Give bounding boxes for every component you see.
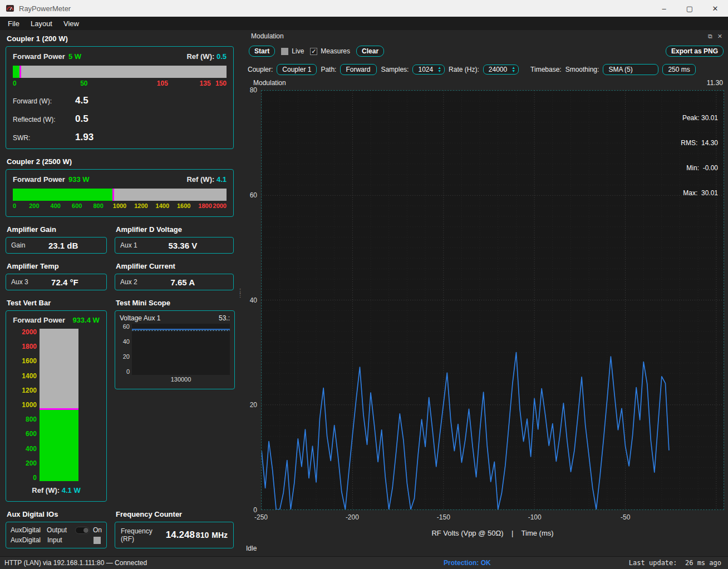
coupler2-gauge <box>13 189 227 201</box>
dock-close-icon[interactable]: ✕ <box>717 33 722 40</box>
rate-label: Rate (Hz): <box>449 66 479 73</box>
spin-down-icon[interactable]: ▼ <box>437 70 441 73</box>
coupler1-gauge-marker <box>19 66 21 78</box>
maximize-button[interactable]: ▢ <box>677 0 702 17</box>
menu-layout[interactable]: Layout <box>25 18 58 29</box>
gain-label: Gain <box>11 241 25 249</box>
scale-tick: 1000 <box>14 402 37 408</box>
miniscope-plot <box>132 324 230 375</box>
titlebar: RayPowerMeter – ▢ ✕ <box>0 0 728 17</box>
amp-dvolt-header: Amplifier D Voltage <box>116 225 234 234</box>
scale-tick: 800 <box>93 202 103 209</box>
coupler2-gauge-fill <box>13 189 112 201</box>
path-select[interactable]: Forward <box>340 64 377 75</box>
current-value: 7.65 A <box>137 278 228 287</box>
samples-value: 1024 <box>418 66 433 73</box>
scale-tick: 0 <box>14 474 37 481</box>
coupler2-ref-label: Ref (W): <box>186 175 214 184</box>
modulation-dock: Modulation ⧉ ✕ Start Live ✓ Measures Cle… <box>243 30 728 556</box>
axis-tick: 0 <box>120 369 130 375</box>
forward-w-label: Forward (W): <box>13 97 75 105</box>
stat-peak: Peak: 30.01 <box>681 114 718 122</box>
scale-tick: 800 <box>14 416 37 423</box>
measures-label: Measures <box>321 47 350 55</box>
freq-header: Frequency Counter <box>116 510 234 518</box>
axis-tick: 20 <box>120 354 130 360</box>
export-png-button[interactable]: Export as PNG <box>666 46 724 57</box>
scale-tick: 2000 <box>14 329 37 335</box>
panel-splitter[interactable]: ⋮⋮ <box>237 30 243 556</box>
amp-temp-box: Aux 3 72.4 °F <box>6 274 107 290</box>
live-checkbox[interactable]: Live <box>281 47 304 55</box>
checkbox-icon <box>281 48 288 55</box>
menu-view[interactable]: View <box>58 18 85 29</box>
path-label: Path: <box>321 66 336 73</box>
coupler2-ref-value: 4.1 <box>217 175 227 184</box>
menu-file[interactable]: File <box>2 18 25 29</box>
toolbar-row1: Start Live ✓ Measures Clear Export as PN… <box>243 43 728 59</box>
scale-tick: 1400 <box>14 373 37 379</box>
last-update: Last update: 26 ms ago <box>629 559 721 567</box>
dock-float-icon[interactable]: ⧉ <box>708 33 712 40</box>
modulation-plot <box>262 91 724 509</box>
coupler-select[interactable]: Coupler 1 <box>277 64 317 75</box>
smoothing-select[interactable]: SMA (5) <box>603 64 658 75</box>
scale-tick: 1800 <box>14 343 37 350</box>
dvolt-value: 53.36 V <box>137 241 228 250</box>
stat-min: Min: -0.00 <box>681 164 718 172</box>
app-window: RayPowerMeter – ▢ ✕ File Layout View Cou… <box>0 0 728 569</box>
coupler1-gauge-fill <box>13 66 19 78</box>
auxio-name: AuxDigital <box>11 526 47 534</box>
coupler1-forward-value: 5 W <box>68 52 81 61</box>
rate-spinbox[interactable]: 24000 ▲▼ <box>483 65 519 75</box>
coupler-label: Coupler: <box>248 66 273 73</box>
clear-button[interactable]: Clear <box>356 46 384 57</box>
amp-current-header: Amplifier Current <box>116 262 234 270</box>
samples-label: Samples: <box>381 66 409 73</box>
scale-tick: 1800 <box>198 202 211 209</box>
coupler1-scale: 0 50 105 135 150 <box>13 80 227 88</box>
scale-tick: 1200 <box>134 202 147 209</box>
axis-tick: -250 <box>254 513 268 521</box>
current-label: Aux 2 <box>120 278 137 286</box>
axis-tick: -50 <box>621 513 630 521</box>
vertbar-forward-label: Forward Power <box>13 316 65 324</box>
chart-y-axis: 80 60 40 20 0 <box>243 90 259 510</box>
samples-spinbox[interactable]: 1024 ▲▼ <box>412 65 445 75</box>
minimize-button[interactable]: – <box>651 0 677 17</box>
spin-down-icon[interactable]: ▼ <box>511 70 515 73</box>
measures-checkbox[interactable]: ✓ Measures <box>310 47 350 55</box>
start-button[interactable]: Start <box>249 46 275 57</box>
coupler1-forward-label: Forward Power <box>13 52 65 61</box>
miniscope-panel: Voltage Aux 1 53.: 60 40 20 0 <box>115 310 235 389</box>
swr-value: 1.93 <box>75 132 94 143</box>
miniscope-xtick: 130000 <box>132 376 230 383</box>
coupler1-ref-label: Ref (W): <box>186 52 214 61</box>
coupler2-header: Coupler 2 (2500 W) <box>7 157 234 166</box>
vertbar-panel: Forward Power 933.4 W 2000 1800 1600 140… <box>6 310 107 502</box>
scale-tick: 1600 <box>177 202 190 209</box>
axis-tick: 60 <box>250 191 257 199</box>
scale-tick: 150 <box>215 80 227 87</box>
freq-value-sub: 810 <box>196 531 209 540</box>
statusbar: HTTP (LAN) via 192.168.1.111:80 — Connec… <box>0 556 728 569</box>
chart-title: Modulation <box>253 79 286 88</box>
temp-label: Aux 3 <box>11 278 28 286</box>
scale-tick: 1200 <box>14 387 37 394</box>
window-title: RayPowerMeter <box>19 4 71 13</box>
auxio-row-input: AuxDigital Input <box>11 536 102 544</box>
freq-panel: Frequency (RF) 14.248 810 MHz <box>115 522 234 548</box>
miniscope-title: Voltage Aux 1 <box>120 314 160 322</box>
coupler1-ref-value: 0.5 <box>217 52 227 61</box>
input-checkbox[interactable] <box>94 537 101 544</box>
scale-tick: 105 <box>157 80 168 87</box>
amp-temp-header: Amplifier Temp <box>7 262 107 270</box>
timebase-select[interactable]: 250 ms <box>662 64 695 75</box>
amp-current-box: Aux 2 7.65 A <box>115 274 234 290</box>
scale-tick: 200 <box>29 202 39 209</box>
coupler2-gauge-marker <box>112 189 114 201</box>
close-button[interactable]: ✕ <box>702 0 728 17</box>
app-icon <box>6 4 14 13</box>
output-toggle[interactable] <box>75 527 90 534</box>
vertbar-header: Test Vert Bar <box>7 299 107 307</box>
